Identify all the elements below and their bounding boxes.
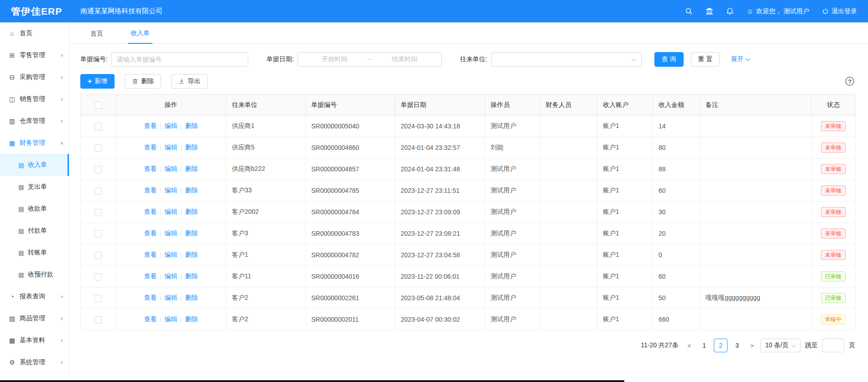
sidebar-item-home[interactable]: ⌂首页 [0, 22, 69, 44]
delete-link[interactable]: 删除 [185, 143, 198, 151]
app-body: ⌂首页⊞零售管理∨⊟采购管理∨◫销售管理∨▥仓库管理∨▦财务管理∧▤收入单▤支出… [0, 22, 868, 382]
page-button-1[interactable]: 1 [697, 339, 711, 352]
view-link[interactable]: 查看 [144, 143, 157, 151]
delete-button[interactable]: 删除 [125, 74, 161, 89]
page-button-3[interactable]: 3 [730, 339, 744, 352]
sidebar-item-transfer-order[interactable]: ▤转账单 [0, 242, 69, 264]
cell-remark: 嘎嘎嘎gggggggggg [700, 287, 811, 309]
home-bank-icon[interactable] [706, 7, 713, 15]
sidebar-item-finance[interactable]: ▦财务管理∧ [0, 132, 69, 154]
view-link[interactable]: 查看 [144, 229, 157, 237]
user-welcome[interactable]: ☺ 欢迎您， 测试用户 [747, 7, 809, 16]
row-checkbox[interactable] [94, 273, 102, 281]
sidebar-item-receipt-order[interactable]: ▤收款单 [0, 198, 69, 220]
cell-finance [540, 202, 597, 223]
sidebar-item-retail[interactable]: ⊞零售管理∨ [0, 44, 69, 66]
select-all-checkbox[interactable] [94, 101, 102, 109]
reset-button[interactable]: 重 置 [691, 52, 720, 67]
edit-link[interactable]: 编辑 [165, 208, 178, 215]
view-link[interactable]: 查看 [144, 315, 157, 323]
row-checkbox[interactable] [94, 166, 102, 173]
row-checkbox[interactable] [94, 187, 102, 195]
logout-button[interactable]: 退出登录 [822, 7, 857, 16]
edit-link[interactable]: 编辑 [165, 229, 178, 237]
sidebar-item-label: 销售管理 [20, 95, 45, 103]
tab-home[interactable]: 首页 [88, 24, 106, 43]
chevron-down-icon: ∨ [60, 75, 63, 79]
delete-link[interactable]: 删除 [185, 208, 198, 215]
page-size-select[interactable]: 10 条/页 [760, 339, 800, 352]
edit-link[interactable]: 编辑 [165, 143, 178, 151]
sidebar-item-basic-data[interactable]: ▩基本资料∨ [0, 329, 69, 351]
delete-link[interactable]: 删除 [185, 294, 198, 301]
sidebar-item-payment-order[interactable]: ▤付款单 [0, 220, 69, 242]
document-icon: ▤ [17, 228, 25, 234]
next-page-button[interactable]: > [748, 342, 756, 349]
view-link[interactable]: 查看 [144, 165, 157, 172]
table-row: 查看|编辑|删除客户11SR000000040162023-11-22 00:0… [81, 266, 856, 287]
cell-date: 2023-12-27 23:11:51 [395, 180, 485, 202]
view-link[interactable]: 查看 [144, 272, 157, 280]
page-button-2[interactable]: 2 [714, 339, 727, 352]
link-divider: | [160, 252, 161, 258]
sidebar-item-sales[interactable]: ◫销售管理∨ [0, 88, 69, 110]
delete-link[interactable]: 删除 [185, 122, 198, 129]
row-checkbox[interactable] [94, 230, 102, 238]
row-checkbox[interactable] [94, 144, 102, 152]
view-link[interactable]: 查看 [144, 186, 157, 194]
sidebar-item-reports[interactable]: ◔报表查询∨ [0, 286, 69, 308]
row-checkbox[interactable] [94, 316, 102, 324]
toolbar: + 新增 删除 导出 ? [80, 74, 855, 89]
row-checkbox[interactable] [94, 123, 102, 130]
delete-link[interactable]: 删除 [185, 186, 198, 194]
sidebar-item-system[interactable]: ⚙系统管理∨ [0, 351, 69, 373]
edit-link[interactable]: 编辑 [165, 122, 178, 129]
cell-date: 2023-04-07 00:30:02 [395, 309, 485, 330]
bell-icon[interactable] [726, 7, 734, 15]
document-number-input[interactable] [111, 52, 248, 67]
sidebar-item-goods[interactable]: ▧商品管理∨ [0, 308, 69, 329]
edit-link[interactable]: 编辑 [165, 294, 178, 301]
edit-link[interactable]: 编辑 [165, 186, 178, 194]
delete-link[interactable]: 删除 [185, 315, 198, 323]
sidebar-item-warehouse[interactable]: ▥仓库管理∨ [0, 110, 69, 132]
sidebar-item-purchase[interactable]: ⊟采购管理∨ [0, 66, 69, 88]
column-header-9: 状态 [811, 95, 856, 116]
counterparty-select[interactable] [491, 52, 642, 67]
row-checkbox[interactable] [94, 295, 102, 302]
sidebar-item-label: 收入单 [28, 161, 47, 169]
add-button[interactable]: + 新增 [80, 74, 115, 89]
view-link[interactable]: 查看 [144, 208, 157, 215]
view-link[interactable]: 查看 [144, 122, 157, 129]
date-range-picker[interactable]: 开始时间 ~ 结束时间 [298, 52, 442, 67]
search-icon[interactable] [685, 7, 693, 15]
row-checkbox[interactable] [94, 252, 102, 259]
home-icon: ⌂ [8, 30, 16, 37]
search-button[interactable]: 查 询 [654, 52, 684, 67]
jump-page-input[interactable] [822, 339, 844, 352]
sidebar-item-income-order[interactable]: ▤收入单 [0, 154, 69, 176]
tab-income-order[interactable]: 收入单 [128, 24, 152, 44]
edit-link[interactable]: 编辑 [165, 315, 178, 323]
prev-page-button[interactable]: < [685, 342, 693, 349]
sidebar-item-expense-order[interactable]: ▤支出单 [0, 176, 69, 198]
delete-link[interactable]: 删除 [185, 165, 198, 172]
delete-link[interactable]: 删除 [185, 229, 198, 237]
export-button[interactable]: 导出 [171, 74, 208, 89]
cell-unit: 客户11 [226, 266, 306, 287]
delete-link[interactable]: 删除 [185, 251, 198, 258]
row-checkbox[interactable] [94, 209, 102, 216]
view-link[interactable]: 查看 [144, 251, 157, 258]
sidebar-item-advance-receipt[interactable]: ▤收预付款 [0, 264, 69, 286]
edit-link[interactable]: 编辑 [165, 165, 178, 172]
expand-link[interactable]: 展开 [731, 55, 749, 64]
edit-link[interactable]: 编辑 [165, 272, 178, 280]
edit-link[interactable]: 编辑 [165, 251, 178, 258]
cell-operator: 测试用户 [485, 223, 540, 244]
delete-link[interactable]: 删除 [185, 272, 198, 280]
link-divider: | [181, 295, 182, 301]
cell-amount: 50 [653, 287, 700, 309]
cell-unit: 供应商5 [226, 137, 306, 159]
help-icon[interactable]: ? [845, 77, 854, 86]
view-link[interactable]: 查看 [144, 294, 157, 301]
